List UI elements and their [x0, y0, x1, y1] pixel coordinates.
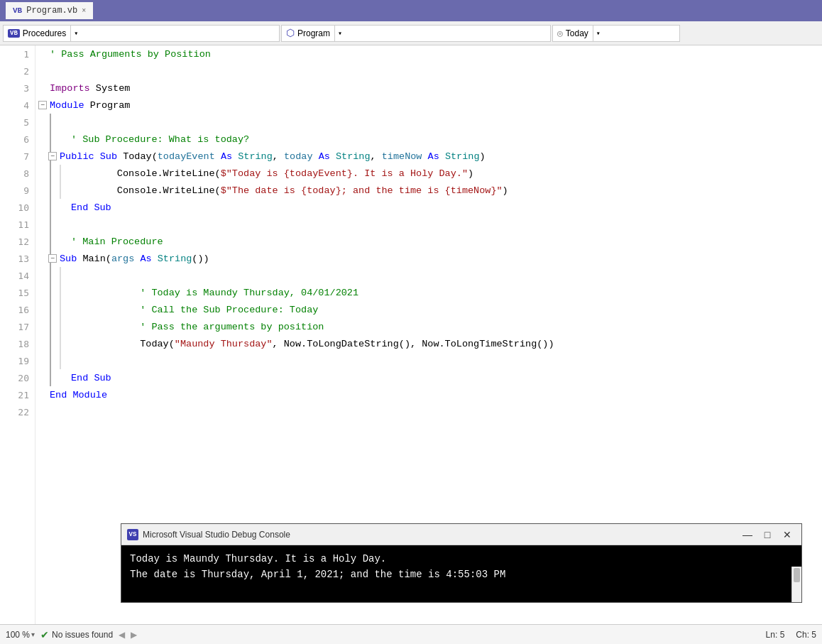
kw-sub-end-1: Sub	[94, 202, 111, 213]
line-num-18: 18	[0, 335, 35, 352]
status-right: Ln: 5 Ch: 5	[766, 630, 816, 640]
type-string-3: String	[445, 151, 480, 162]
method-18b: ToLongTimeString	[445, 339, 537, 349]
today-dropdown[interactable]: ◎ Today ▾	[552, 25, 680, 42]
code-line-10: End Sub	[35, 199, 822, 216]
today-icon: ◎	[557, 28, 563, 39]
debug-line-1: Today is Maundy Thursday. It is a Holy D…	[130, 551, 793, 567]
debug-minimize-button[interactable]: —	[739, 528, 756, 542]
space-7d	[330, 151, 336, 162]
space-7e	[422, 151, 427, 162]
collapse-main-btn[interactable]: −	[48, 254, 57, 263]
debug-console-icon: VS	[127, 529, 138, 540]
param-today: today	[284, 151, 313, 162]
status-bar: 100 % ▾ ✔ No issues found ◀ ▶ Ln: 5 Ch: …	[0, 624, 822, 644]
comment-17: ' Pass the arguments by position	[71, 322, 324, 332]
code-line-16: ' Call the Sub Procedure: Today	[35, 301, 822, 318]
paren-18a: (), Now.	[399, 339, 445, 349]
kw-end-sub-1: End	[71, 202, 88, 213]
code-area[interactable]: ' Pass Arguments by Position Imports Sys…	[35, 45, 822, 624]
line-num-5: 5	[0, 114, 35, 131]
issues-label: No issues found	[52, 630, 113, 640]
issues-check-icon: ✔	[40, 629, 49, 640]
space-7a	[94, 151, 100, 162]
str-9: $"The date is {today}; and the time is {…	[221, 185, 503, 196]
procedures-arrow[interactable]: ▾	[70, 26, 81, 41]
space-7f	[439, 151, 445, 162]
param-todayEvent: todayEvent	[158, 151, 215, 162]
comma-18a: , Now.	[273, 339, 307, 349]
program-arrow[interactable]: ▾	[334, 26, 345, 41]
debug-console: VS Microsoft Visual Studio Debug Console…	[121, 523, 802, 603]
zoom-arrow[interactable]: ▾	[31, 631, 35, 638]
line-num-1: 1	[0, 45, 35, 62]
debug-scrollbar[interactable]	[791, 567, 801, 602]
type-string-1: String	[238, 151, 273, 162]
paren-18b: ())	[537, 339, 554, 349]
debug-line-2: The date is Thursday, April 1, 2021; and…	[130, 567, 793, 582]
line-numbers: 1 2 3 4 5 6 7 8 9 10 11 12 13 14 15 16 1…	[0, 45, 35, 624]
today-call: Today(	[71, 339, 175, 349]
space-7b	[232, 151, 238, 162]
kw-sub-13: Sub	[60, 253, 77, 264]
editor-container: 1 2 3 4 5 6 7 8 9 10 11 12 13 14 15 16 1…	[0, 45, 822, 624]
debug-scrollbar-thumb[interactable]	[794, 568, 800, 582]
debug-console-titlebar: VS Microsoft Visual Studio Debug Console…	[121, 524, 801, 545]
status-ch: Ch: 5	[796, 630, 816, 640]
scroll-right-button[interactable]: ▶	[131, 630, 137, 640]
sub-name: Today(	[117, 151, 158, 162]
line-num-3: 3	[0, 80, 35, 97]
debug-restore-button[interactable]: □	[759, 528, 776, 542]
kw-imports: Imports	[50, 83, 90, 94]
param-args: args	[111, 253, 134, 264]
title-bar: VB Program.vb ×	[0, 0, 822, 21]
line-num-9: 9	[0, 182, 35, 199]
toolbar: VB Procedures ▾ ⬡ Program ▾ ◎ Today ▾	[0, 21, 822, 45]
space-7c	[313, 151, 319, 162]
debug-console-controls: — □ ✕	[739, 528, 796, 542]
code-line-20: End Sub	[35, 369, 822, 386]
code-line-18: Today( "Maundy Thursday" , Now. ToLongDa…	[35, 335, 822, 352]
today-arrow[interactable]: ▾	[593, 26, 603, 41]
comma1: ,	[273, 151, 284, 162]
code-line-22	[35, 403, 822, 420]
line-num-22: 22	[0, 403, 35, 420]
line-num-8: 8	[0, 165, 35, 182]
line-num-17: 17	[0, 318, 35, 335]
line-num-21: 21	[0, 386, 35, 403]
code-line-4: − Module Program	[35, 97, 822, 114]
collapse-module-btn[interactable]: −	[38, 101, 47, 109]
line-num-15: 15	[0, 284, 35, 301]
line-num-10: 10	[0, 199, 35, 216]
console-8: Console.WriteLine(	[71, 168, 221, 179]
code-line-1: ' Pass Arguments by Position	[35, 45, 822, 62]
code-line-11	[35, 216, 822, 233]
scroll-left-button[interactable]: ◀	[119, 630, 125, 640]
comment-1: ' Pass Arguments by Position	[50, 49, 211, 60]
type-string-13: String	[158, 253, 192, 264]
code-line-7: − Public Sub Today( todayEvent As String…	[35, 148, 822, 165]
zoom-control[interactable]: 100 % ▾	[6, 630, 35, 640]
console-9: Console.WriteLine(	[71, 185, 221, 196]
program-icon: ⬡	[286, 27, 295, 39]
comment-16: ' Call the Sub Procedure: Today	[71, 305, 318, 315]
line-num-4: 4	[0, 97, 35, 114]
code-line-9: Console.WriteLine( $"The date is {today}…	[35, 182, 822, 199]
code-line-12: ' Main Procedure	[35, 233, 822, 250]
status-ln: Ln: 5	[766, 630, 785, 640]
line-num-19: 19	[0, 352, 35, 369]
kw-module: Module	[50, 100, 84, 111]
zoom-value: 100 %	[6, 630, 30, 640]
editor-body: 1 2 3 4 5 6 7 8 9 10 11 12 13 14 15 16 1…	[0, 45, 822, 624]
debug-close-button[interactable]: ✕	[779, 528, 796, 542]
kw-as-13: As	[140, 253, 151, 264]
editor-tab[interactable]: VB Program.vb ×	[6, 2, 93, 19]
line-num-16: 16	[0, 301, 35, 318]
collapse-sub-btn[interactable]: −	[48, 152, 57, 160]
type-string-2: String	[336, 151, 371, 162]
program-dropdown[interactable]: ⬡ Program ▾	[281, 25, 551, 42]
method-18a: ToLongDateString	[307, 339, 399, 349]
tab-close-button[interactable]: ×	[82, 7, 86, 15]
procedures-label: Procedures	[23, 28, 66, 38]
procedures-dropdown[interactable]: VB Procedures ▾	[3, 25, 280, 42]
